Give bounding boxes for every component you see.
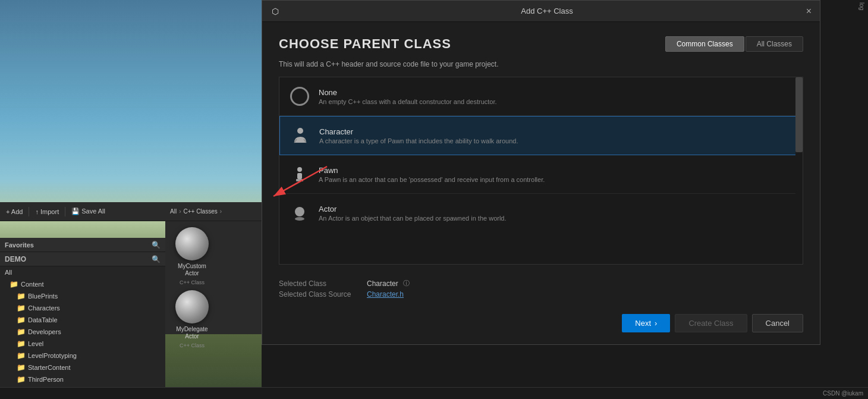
- dialog-description: This will add a C++ header and source co…: [279, 60, 803, 68]
- content-thumbnails: MyCustomActor C++ Class MyDelegateActor …: [165, 221, 262, 334]
- favorites-search-icon[interactable]: 🔍: [152, 241, 161, 249]
- class-name-character: Character: [319, 127, 518, 136]
- thumbnail-sub-0: C++ Class: [180, 279, 205, 285]
- scrollbar-thumb[interactable]: [795, 77, 803, 152]
- help-icon[interactable]: ⓘ: [403, 279, 410, 288]
- tab-all-classes[interactable]: All Classes: [746, 36, 803, 52]
- demo-label: DEMO: [5, 255, 26, 263]
- class-info-none: None An empty C++ class with a default c…: [319, 88, 497, 105]
- thumbnail-item-0[interactable]: MyCustomActor C++ Class: [171, 227, 213, 285]
- tree-item-levelprototyping[interactable]: 📁 LevelPrototyping: [0, 350, 165, 362]
- class-list[interactable]: None An empty C++ class with a default c…: [279, 77, 803, 265]
- tree-item-content-label: Content: [21, 281, 44, 288]
- tree-item-characters[interactable]: 📁 Characters: [0, 302, 165, 314]
- svg-rect-3: [296, 179, 303, 181]
- tree-item-startercontent-label: StarterContent: [28, 364, 71, 371]
- tree-item-blueprints-label: BluePrints: [28, 293, 58, 300]
- class-info-actor: Actor An Actor is an object that can be …: [319, 205, 507, 222]
- folder-icon-datatable: 📁: [17, 316, 26, 324]
- svg-point-0: [297, 128, 303, 134]
- log-text: log: [856, 0, 867, 12]
- class-desc-none: An empty C++ class with a default constr…: [319, 98, 497, 105]
- file-tree[interactable]: All 📁 Content 📁 BluePrints 📁 Characters …: [0, 266, 165, 399]
- breadcrumb-sep1: ›: [179, 208, 181, 215]
- next-button[interactable]: Next ›: [622, 314, 670, 332]
- folder-icon-level: 📁: [17, 340, 26, 348]
- tree-item-all-label: All: [5, 269, 12, 276]
- next-arrow-icon: ›: [655, 319, 657, 328]
- selected-class-row: Selected Class Character ⓘ: [279, 279, 803, 288]
- pawn-svg-icon: [290, 165, 309, 184]
- toolbar-divider-1: [29, 207, 29, 216]
- import-button[interactable]: ↑ Import: [33, 207, 61, 216]
- class-name-pawn: Pawn: [319, 166, 545, 175]
- selected-class-label: Selected Class: [279, 279, 362, 288]
- tree-item-level[interactable]: 📁 Level: [0, 338, 165, 350]
- thumbnail-sphere-0: [175, 227, 209, 260]
- scrollbar-track[interactable]: [795, 77, 803, 264]
- demo-search-icon[interactable]: 🔍: [152, 255, 161, 263]
- none-circle-icon: [290, 87, 309, 106]
- folder-icon-startercontent: 📁: [17, 363, 26, 372]
- selected-class-value: Character: [367, 279, 398, 288]
- tree-item-startercontent[interactable]: 📁 StarterContent: [0, 362, 165, 373]
- class-row-actor[interactable]: Actor An Actor is an object that can be …: [279, 194, 803, 232]
- create-class-button[interactable]: Create Class: [675, 314, 747, 332]
- tree-item-level-label: Level: [28, 340, 43, 347]
- toolbar-divider-2: [65, 207, 65, 216]
- status-bar: CSDN @iukam: [0, 387, 868, 399]
- class-row-none[interactable]: None An empty C++ class with a default c…: [279, 77, 803, 116]
- breadcrumb-path[interactable]: C++ Classes: [183, 208, 217, 215]
- tree-item-thirdperson[interactable]: 📁 ThirdPerson: [0, 373, 165, 385]
- class-desc-character: A character is a type of Pawn that inclu…: [319, 137, 518, 144]
- close-button[interactable]: ×: [806, 6, 812, 17]
- tree-item-datatable-label: DataTable: [28, 316, 58, 323]
- folder-icon-developers: 📁: [17, 328, 26, 336]
- dialog-title: Add C++ Class: [284, 7, 810, 15]
- content-browser-toolbar: + Add ↑ Import 💾 Save All: [0, 202, 165, 221]
- class-row-pawn[interactable]: Pawn A Pawn is an actor that can be 'pos…: [279, 155, 803, 194]
- svg-point-4: [295, 207, 304, 216]
- demo-section: DEMO 🔍: [0, 252, 165, 266]
- class-filter-tabs: Common Classes All Classes: [665, 36, 803, 52]
- class-list-inner: None An empty C++ class with a default c…: [279, 77, 803, 232]
- class-icon-actor: [289, 202, 310, 224]
- class-row-character[interactable]: Character A character is a type of Pawn …: [279, 116, 803, 155]
- tree-item-thirdperson-label: ThirdPerson: [28, 376, 64, 383]
- dialog-body: CHOOSE PARENT CLASS Common Classes All C…: [262, 22, 820, 344]
- cancel-button[interactable]: Cancel: [752, 314, 803, 332]
- class-desc-actor: An Actor is an object that can be placed…: [319, 215, 507, 222]
- class-name-none: None: [319, 88, 497, 97]
- tree-item-datatable[interactable]: 📁 DataTable: [0, 314, 165, 326]
- svg-point-1: [297, 167, 302, 172]
- tree-item-content[interactable]: 📁 Content: [0, 278, 165, 290]
- ue-logo-icon: ⬡: [272, 7, 279, 16]
- thumbnail-item-1[interactable]: MyDelegateActor C++ Class: [171, 290, 213, 348]
- add-button[interactable]: + Add: [4, 207, 25, 216]
- class-name-actor: Actor: [319, 205, 507, 213]
- tree-item-developers-label: Developers: [28, 328, 61, 335]
- character-svg-icon: [291, 126, 310, 145]
- add-cpp-class-dialog: ⬡ Add C++ Class × CHOOSE PARENT CLASS Co…: [262, 0, 820, 345]
- log-panel: log: [856, 0, 868, 59]
- favorites-label: Favorites: [5, 241, 34, 249]
- tree-item-developers[interactable]: 📁 Developers: [0, 326, 165, 338]
- thumbnail-sub-1: C++ Class: [180, 343, 205, 348]
- class-desc-pawn: A Pawn is an actor that can be 'possesse…: [319, 176, 545, 183]
- favorites-section: Favorites 🔍: [0, 238, 165, 252]
- thumbnail-sphere-1: [175, 290, 209, 323]
- tab-common-classes[interactable]: Common Classes: [665, 36, 744, 52]
- folder-icon-thirdperson: 📁: [17, 375, 26, 384]
- dialog-heading: CHOOSE PARENT CLASS: [279, 36, 451, 52]
- tree-item-all[interactable]: All: [0, 266, 165, 278]
- save-all-button[interactable]: 💾 Save All: [69, 206, 108, 216]
- tree-item-characters-label: Characters: [28, 304, 60, 312]
- selected-class-source-value[interactable]: Character.h: [367, 290, 404, 299]
- folder-icon-content: 📁: [10, 280, 18, 288]
- selected-class-source-row: Selected Class Source Character.h: [279, 290, 803, 299]
- tree-item-blueprints[interactable]: 📁 BluePrints: [0, 290, 165, 302]
- breadcrumb-root[interactable]: All: [170, 208, 177, 215]
- next-button-label: Next: [635, 319, 651, 328]
- folder-icon-blueprints: 📁: [17, 292, 26, 300]
- class-icon-character: [290, 125, 311, 146]
